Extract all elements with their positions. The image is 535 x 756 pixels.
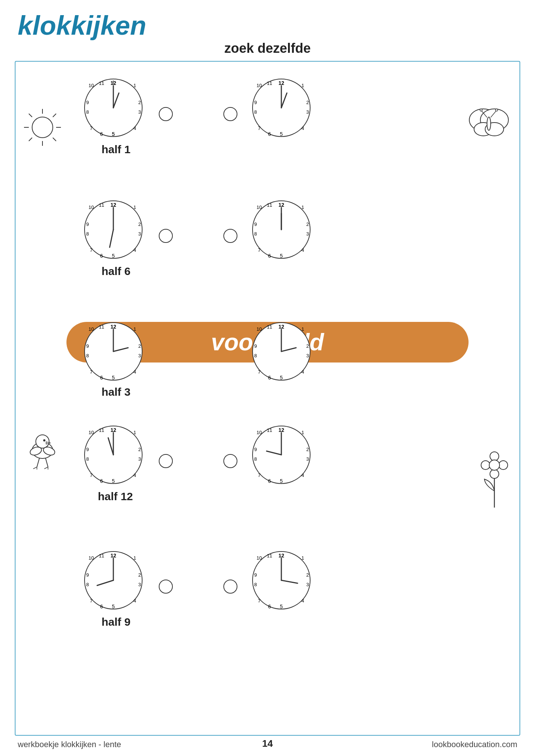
svg-marker-175 bbox=[46, 442, 51, 444]
svg-text:6: 6 bbox=[100, 131, 103, 137]
svg-text:2: 2 bbox=[138, 572, 141, 578]
svg-text:9: 9 bbox=[86, 343, 89, 349]
svg-text:2: 2 bbox=[306, 447, 309, 452]
clock-half12-right: 12 1 2 3 4 5 6 7 8 9 10 11 bbox=[251, 425, 312, 485]
svg-line-157 bbox=[29, 114, 32, 117]
svg-text:11: 11 bbox=[99, 80, 104, 86]
svg-text:7: 7 bbox=[258, 247, 260, 253]
svg-text:2: 2 bbox=[306, 221, 309, 227]
svg-text:8: 8 bbox=[254, 109, 257, 115]
svg-line-179 bbox=[45, 458, 48, 467]
svg-text:7: 7 bbox=[90, 598, 92, 604]
svg-text:11: 11 bbox=[267, 80, 272, 86]
svg-line-160 bbox=[29, 138, 32, 141]
svg-text:7: 7 bbox=[258, 472, 260, 478]
answer-circle-5a[interactable] bbox=[159, 580, 173, 594]
svg-text:7: 7 bbox=[258, 126, 260, 131]
clock-half3-left: 12 1 2 3 4 5 6 7 8 9 10 11 bbox=[83, 321, 144, 382]
flower-decoration bbox=[474, 436, 515, 509]
svg-text:1: 1 bbox=[133, 430, 136, 435]
svg-point-171 bbox=[495, 109, 498, 111]
svg-point-186 bbox=[490, 452, 499, 461]
svg-text:7: 7 bbox=[90, 472, 92, 478]
svg-text:4: 4 bbox=[301, 472, 304, 478]
answer-circle-5b[interactable] bbox=[223, 580, 237, 594]
svg-text:7: 7 bbox=[258, 369, 260, 375]
svg-text:3: 3 bbox=[306, 109, 309, 115]
svg-text:4: 4 bbox=[301, 247, 304, 253]
answer-circle-4b[interactable] bbox=[223, 454, 237, 468]
svg-text:9: 9 bbox=[86, 447, 89, 452]
svg-text:8: 8 bbox=[254, 456, 257, 462]
answer-circle-2b[interactable] bbox=[223, 229, 237, 243]
svg-text:9: 9 bbox=[86, 572, 89, 578]
svg-line-180 bbox=[33, 467, 37, 469]
svg-line-178 bbox=[37, 458, 40, 467]
svg-text:5: 5 bbox=[280, 253, 283, 259]
clock-half1-left: 12 1 2 3 4 5 5 6 7 8 9 10 11 bbox=[83, 78, 144, 138]
svg-text:8: 8 bbox=[86, 456, 89, 462]
svg-text:8: 8 bbox=[254, 353, 257, 358]
clock-half3-right: 12 1 2 3 4 5 6 7 8 9 10 11 bbox=[251, 321, 312, 382]
svg-text:6: 6 bbox=[100, 604, 103, 609]
label-half12-left: half 12 bbox=[98, 490, 133, 503]
svg-text:9: 9 bbox=[254, 221, 257, 227]
svg-line-158 bbox=[53, 138, 56, 141]
svg-point-170 bbox=[480, 109, 482, 111]
answer-circle-1a[interactable] bbox=[159, 107, 173, 121]
label-half6-left: half 6 bbox=[102, 265, 130, 278]
svg-text:10: 10 bbox=[257, 430, 262, 435]
answer-circle-2a[interactable] bbox=[159, 229, 173, 243]
svg-text:4: 4 bbox=[301, 126, 304, 131]
svg-text:4: 4 bbox=[301, 598, 304, 604]
svg-text:1: 1 bbox=[301, 326, 304, 332]
sun-decoration bbox=[22, 107, 63, 148]
svg-text:3: 3 bbox=[306, 456, 309, 462]
svg-text:3: 3 bbox=[138, 109, 141, 115]
svg-text:10: 10 bbox=[89, 430, 94, 435]
svg-text:2: 2 bbox=[138, 221, 141, 227]
clock-half9-right: 12 1 2 3 4 5 6 7 8 9 10 11 bbox=[251, 550, 312, 611]
svg-point-174 bbox=[43, 439, 45, 441]
svg-text:2: 2 bbox=[138, 343, 141, 349]
svg-text:2: 2 bbox=[306, 343, 309, 349]
svg-text:4: 4 bbox=[133, 369, 136, 375]
svg-text:7: 7 bbox=[90, 369, 92, 375]
clock-half9-left: 12 1 2 3 4 5 6 7 8 9 10 11 bbox=[83, 550, 144, 611]
svg-text:9: 9 bbox=[254, 572, 257, 578]
svg-text:3: 3 bbox=[138, 456, 141, 462]
label-half1-left: half 1 bbox=[102, 143, 130, 156]
svg-text:8: 8 bbox=[86, 109, 89, 115]
svg-text:11: 11 bbox=[267, 553, 272, 559]
svg-text:10: 10 bbox=[257, 205, 262, 210]
svg-text:6: 6 bbox=[100, 375, 103, 381]
svg-point-173 bbox=[36, 435, 49, 448]
svg-text:7: 7 bbox=[90, 126, 92, 131]
svg-text:1: 1 bbox=[133, 205, 136, 210]
svg-text:10: 10 bbox=[257, 326, 262, 332]
svg-text:8: 8 bbox=[254, 231, 257, 237]
answer-circle-4a[interactable] bbox=[159, 454, 173, 468]
svg-text:6: 6 bbox=[268, 131, 271, 137]
svg-text:10: 10 bbox=[89, 83, 94, 88]
svg-text:6: 6 bbox=[268, 375, 271, 381]
svg-text:11: 11 bbox=[267, 202, 272, 208]
svg-text:11: 11 bbox=[99, 324, 104, 330]
bird-decoration bbox=[20, 425, 65, 476]
answer-circle-1b[interactable] bbox=[223, 107, 237, 121]
svg-text:5: 5 bbox=[112, 375, 115, 381]
svg-text:11: 11 bbox=[99, 202, 104, 208]
svg-text:9: 9 bbox=[86, 100, 89, 105]
svg-text:3: 3 bbox=[306, 582, 309, 587]
svg-text:1: 1 bbox=[133, 555, 136, 561]
svg-point-190 bbox=[489, 460, 500, 470]
svg-text:4: 4 bbox=[133, 598, 136, 604]
svg-text:8: 8 bbox=[86, 231, 89, 237]
svg-point-187 bbox=[490, 470, 499, 478]
svg-text:11: 11 bbox=[99, 553, 104, 559]
svg-text:5: 5 bbox=[280, 604, 283, 609]
svg-text:2: 2 bbox=[138, 447, 141, 452]
subtitle: zoek dezelfde bbox=[0, 41, 535, 56]
svg-text:6: 6 bbox=[100, 253, 103, 259]
svg-text:5: 5 bbox=[112, 131, 115, 137]
